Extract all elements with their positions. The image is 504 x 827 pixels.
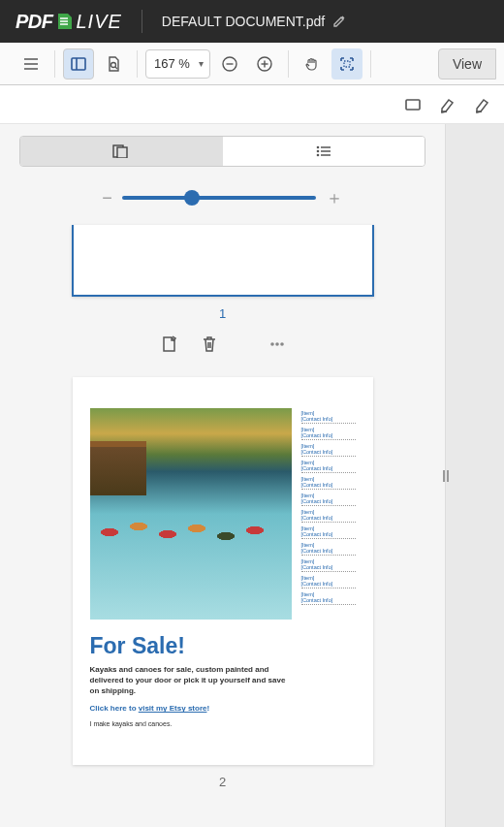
contact-entry: [Item][Contact Info] <box>301 460 356 473</box>
view-label: View <box>453 56 482 72</box>
zoom-level-select[interactable]: 167 % <box>145 49 210 79</box>
contact-entry: [Item][Contact Info] <box>301 575 356 588</box>
flyer-footer: I make kayaks and canoes. <box>90 720 292 727</box>
delete-page-icon[interactable] <box>200 334 219 354</box>
svg-point-23 <box>280 342 284 346</box>
app-logo: PDF LIVE <box>16 11 122 33</box>
svg-rect-14 <box>117 147 127 158</box>
svg-point-15 <box>316 146 319 149</box>
split-handle-icon[interactable] <box>442 467 450 485</box>
annotation-toolbar <box>0 85 504 124</box>
highlight-tool-icon[interactable] <box>438 95 457 114</box>
flyer-title: For Sale! <box>90 633 292 659</box>
svg-rect-10 <box>406 100 420 110</box>
main-toolbar: 167 % View <box>0 43 504 85</box>
slider-handle[interactable] <box>184 190 200 206</box>
svg-point-19 <box>316 154 319 157</box>
more-actions-icon[interactable] <box>268 334 287 354</box>
contact-entry: [Item][Contact Info] <box>301 476 356 490</box>
highlight-tool-2-icon[interactable] <box>473 95 492 114</box>
view-mode-button[interactable]: View <box>438 48 496 80</box>
logo-doc-icon <box>55 13 75 30</box>
document-name: DEFAULT DOCUMENT.pdf <box>162 14 325 29</box>
header-divider <box>142 10 142 33</box>
thumbnail-panel[interactable]: − ＋ 1 For Sale! <box>0 124 446 827</box>
select-tool-button[interactable] <box>331 48 362 80</box>
rotate-page-icon[interactable] <box>159 334 178 354</box>
flyer-link: Click here to visit my Etsy store! <box>90 704 292 713</box>
zoom-out-button[interactable] <box>214 48 245 80</box>
thumbnail-zoom-row: − ＋ <box>19 186 425 209</box>
app-header: PDF LIVE DEFAULT DOCUMENT.pdf <box>0 0 504 43</box>
page-view-button[interactable] <box>98 48 129 80</box>
main-area: − ＋ 1 For Sale! <box>0 124 504 827</box>
document-viewport[interactable] <box>446 124 504 827</box>
outline-icon <box>315 144 332 158</box>
logo-text-live: LIVE <box>77 11 122 33</box>
svg-line-3 <box>115 67 117 69</box>
thumbnails-icon <box>112 144 130 158</box>
flyer-body: Kayaks and canoes for sale, custom paint… <box>90 665 292 696</box>
zoom-value: 167 % <box>154 56 190 71</box>
rectangle-tool-icon[interactable] <box>403 95 423 114</box>
page-thumbnail-2[interactable]: For Sale! Kayaks and canoes for sale, cu… <box>73 377 373 765</box>
contact-entry: [Item][Contact Info] <box>301 591 356 605</box>
contact-entry: [Item][Contact Info] <box>301 427 356 440</box>
svg-point-22 <box>275 342 279 346</box>
edit-name-icon[interactable] <box>332 15 346 28</box>
svg-rect-0 <box>72 58 85 70</box>
svg-rect-9 <box>344 61 350 67</box>
outline-tab[interactable] <box>223 137 425 166</box>
svg-point-17 <box>316 150 319 153</box>
contact-entry: [Item][Contact Info] <box>301 410 356 424</box>
svg-point-2 <box>111 62 116 67</box>
sidebar-toggle-button[interactable] <box>63 48 94 80</box>
flyer-image <box>90 408 292 620</box>
thumb-zoom-in-icon[interactable]: ＋ <box>326 186 343 209</box>
page-number-2: 2 <box>19 775 425 789</box>
zoom-in-button[interactable] <box>249 48 280 80</box>
svg-point-21 <box>270 342 274 346</box>
flyer-contact-column: [Item][Contact Info][Item][Contact Info]… <box>301 408 356 751</box>
contact-entry: [Item][Contact Info] <box>301 493 356 506</box>
toolbar-divider <box>370 50 371 78</box>
contact-entry: [Item][Contact Info] <box>301 509 356 523</box>
page-thumbnail-1[interactable] <box>72 225 374 297</box>
panel-tabs <box>19 136 425 167</box>
thumbnails-tab[interactable] <box>20 137 223 166</box>
contact-entry: [Item][Contact Info] <box>301 542 356 556</box>
logo-text-pdf: PDF <box>16 11 53 33</box>
contact-entry: [Item][Contact Info] <box>301 443 356 457</box>
page-number-1: 1 <box>19 306 425 321</box>
thumb-zoom-slider[interactable] <box>122 196 316 200</box>
contact-entry: [Item][Contact Info] <box>301 525 356 539</box>
thumb-zoom-out-icon[interactable]: − <box>102 188 112 208</box>
page-actions-row <box>19 334 425 354</box>
contact-entry: [Item][Contact Info] <box>301 558 356 572</box>
menu-button[interactable] <box>16 48 47 80</box>
pan-tool-button[interactable] <box>297 48 328 80</box>
document-title-bar: DEFAULT DOCUMENT.pdf <box>162 14 346 29</box>
